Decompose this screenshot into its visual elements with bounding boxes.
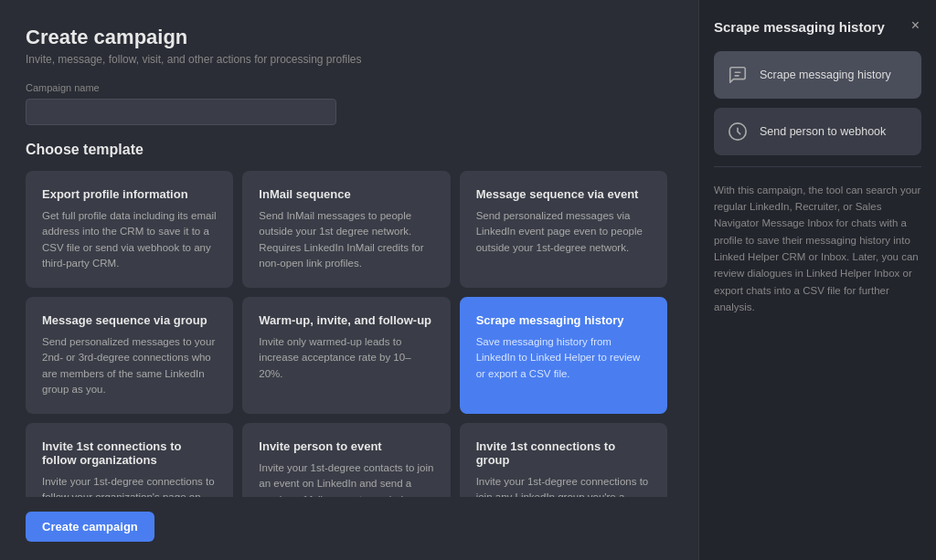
page-subtitle: Invite, message, follow, visit, and othe… bbox=[26, 53, 673, 66]
templates-grid: Export profile informationGet full profi… bbox=[26, 171, 667, 497]
template-card-title: Message sequence via event bbox=[476, 187, 651, 201]
side-panel-header: Scrape messaging history × bbox=[714, 18, 921, 37]
template-card-desc: Invite your 1st-degree contacts to join … bbox=[259, 460, 433, 497]
campaign-name-section: Campaign name bbox=[26, 82, 673, 125]
template-card-title: InMail sequence bbox=[259, 187, 433, 201]
template-card-invite-follow-orgs[interactable]: Invite 1st connections to follow organiz… bbox=[26, 423, 233, 497]
template-card-desc: Get full profile data including its emai… bbox=[42, 208, 217, 271]
webhook-icon bbox=[725, 119, 750, 144]
campaign-name-input[interactable] bbox=[26, 99, 336, 125]
side-panel-title: Scrape messaging history bbox=[714, 18, 885, 37]
side-panel-option-scrape-messaging-option[interactable]: Scrape messaging history bbox=[714, 51, 921, 99]
template-card-inmail-sequence[interactable]: InMail sequenceSend InMail messages to p… bbox=[242, 171, 450, 288]
template-card-export-profile[interactable]: Export profile informationGet full profi… bbox=[26, 171, 233, 288]
side-panel-description: With this campaign, the tool can search … bbox=[714, 182, 921, 316]
side-panel-option-label: Send person to webhook bbox=[760, 125, 886, 138]
template-card-scrape-messaging[interactable]: Scrape messaging historySave messaging h… bbox=[460, 297, 667, 414]
templates-scroll-inner[interactable]: Export profile informationGet full profi… bbox=[26, 171, 673, 497]
side-divider bbox=[714, 166, 921, 167]
template-card-desc: Send InMail messages to people outside y… bbox=[259, 208, 433, 271]
template-card-title: Invite 1st connections to group bbox=[476, 439, 651, 467]
template-card-title: Invite person to event bbox=[259, 439, 433, 453]
template-card-message-sequence-group[interactable]: Message sequence via groupSend personali… bbox=[26, 297, 233, 414]
template-card-desc: Send personalized messages via LinkedIn … bbox=[476, 208, 651, 256]
template-card-desc: Invite your 1st-degree connections to jo… bbox=[476, 474, 651, 497]
template-card-invite-connections-group[interactable]: Invite 1st connections to groupInvite yo… bbox=[460, 423, 667, 497]
choose-template-heading: Choose template bbox=[26, 142, 673, 158]
template-card-title: Export profile information bbox=[42, 187, 217, 201]
template-card-desc: Send personalized messages to your 2nd- … bbox=[42, 334, 217, 397]
close-button[interactable]: × bbox=[909, 18, 921, 33]
page-title-area: Create campaign Invite, message, follow,… bbox=[26, 26, 673, 66]
template-card-invite-person-event[interactable]: Invite person to eventInvite your 1st-de… bbox=[242, 423, 450, 497]
side-panel-option-label: Scrape messaging history bbox=[760, 69, 891, 81]
template-card-warmup-invite[interactable]: Warm-up, invite, and follow-upInvite onl… bbox=[242, 297, 450, 414]
campaign-name-label: Campaign name bbox=[26, 82, 673, 93]
bottom-bar: Create campaign bbox=[26, 497, 673, 542]
template-card-title: Message sequence via group bbox=[42, 313, 217, 327]
template-card-title: Scrape messaging history bbox=[476, 313, 651, 327]
side-options-container: Scrape messaging history Send person to … bbox=[714, 51, 921, 164]
template-card-title: Invite 1st connections to follow organiz… bbox=[42, 439, 217, 467]
template-card-desc: Save messaging history from LinkedIn to … bbox=[476, 334, 651, 382]
page-title: Create campaign bbox=[26, 26, 673, 49]
main-panel: Create campaign Invite, message, follow,… bbox=[0, 0, 698, 560]
message-history-icon bbox=[725, 62, 750, 88]
templates-scroll-area: Export profile informationGet full profi… bbox=[26, 171, 673, 497]
side-panel-option-send-webhook-option[interactable]: Send person to webhook bbox=[714, 108, 921, 155]
create-campaign-button[interactable]: Create campaign bbox=[26, 512, 154, 542]
template-card-desc: Invite your 1st-degree connections to fo… bbox=[42, 474, 217, 497]
template-card-title: Warm-up, invite, and follow-up bbox=[259, 313, 433, 327]
side-panel: Scrape messaging history × Scrape messag… bbox=[698, 0, 936, 560]
template-card-desc: Invite only warmed-up leads to increase … bbox=[259, 334, 433, 382]
template-card-message-sequence-event[interactable]: Message sequence via eventSend personali… bbox=[460, 171, 667, 288]
